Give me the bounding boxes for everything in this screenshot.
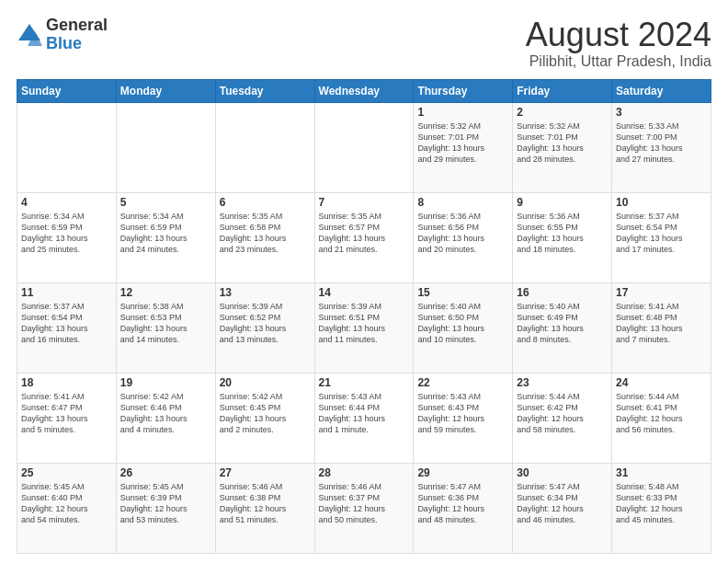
day-number: 19 [120,376,211,389]
day-number: 21 [319,376,410,389]
day-info: Sunrise: 5:40 AM Sunset: 6:49 PM Dayligh… [517,301,608,346]
day-info: Sunrise: 5:33 AM Sunset: 7:00 PM Dayligh… [616,121,707,166]
day-number: 11 [21,286,112,299]
day-info: Sunrise: 5:40 AM Sunset: 6:50 PM Dayligh… [417,301,508,346]
calendar-header-tuesday: Tuesday [215,79,314,102]
day-info: Sunrise: 5:47 AM Sunset: 6:34 PM Dayligh… [517,481,608,526]
header: General Blue August 2024 Pilibhit, Uttar… [17,17,711,70]
calendar-table: SundayMondayTuesdayWednesdayThursdayFrid… [17,79,711,554]
day-info: Sunrise: 5:36 AM Sunset: 6:55 PM Dayligh… [517,211,608,256]
day-number: 10 [616,196,707,209]
location: Pilibhit, Uttar Pradesh, India [526,53,711,70]
day-number: 24 [616,376,707,389]
day-info: Sunrise: 5:44 AM Sunset: 6:41 PM Dayligh… [616,391,707,436]
calendar-cell: 21Sunrise: 5:43 AM Sunset: 6:44 PM Dayli… [314,373,414,463]
calendar-header-row: SundayMondayTuesdayWednesdayThursdayFrid… [17,79,711,102]
calendar-cell: 11Sunrise: 5:37 AM Sunset: 6:54 PM Dayli… [17,282,117,373]
day-number: 28 [319,466,410,479]
day-info: Sunrise: 5:43 AM Sunset: 6:44 PM Dayligh… [319,391,410,436]
day-info: Sunrise: 5:37 AM Sunset: 6:54 PM Dayligh… [616,211,707,256]
calendar-cell: 9Sunrise: 5:36 AM Sunset: 6:55 PM Daylig… [513,192,612,282]
calendar-cell [215,102,314,192]
day-number: 14 [319,286,410,299]
day-number: 15 [417,286,508,299]
day-info: Sunrise: 5:39 AM Sunset: 6:51 PM Dayligh… [319,301,410,346]
calendar-cell [116,102,215,192]
day-number: 4 [21,196,112,209]
title-block: August 2024 Pilibhit, Uttar Pradesh, Ind… [526,17,711,70]
day-number: 7 [319,196,410,209]
calendar-cell: 7Sunrise: 5:35 AM Sunset: 6:57 PM Daylig… [314,192,414,282]
calendar-cell: 24Sunrise: 5:44 AM Sunset: 6:41 PM Dayli… [612,373,711,463]
calendar-cell: 6Sunrise: 5:35 AM Sunset: 6:58 PM Daylig… [215,192,314,282]
day-number: 9 [517,196,608,209]
logo-icon [17,22,42,48]
page: General Blue August 2024 Pilibhit, Uttar… [0,0,728,563]
day-number: 5 [120,196,211,209]
day-number: 20 [220,376,311,389]
day-info: Sunrise: 5:41 AM Sunset: 6:47 PM Dayligh… [21,391,112,436]
day-info: Sunrise: 5:46 AM Sunset: 6:37 PM Dayligh… [319,481,410,526]
day-number: 12 [120,286,211,299]
calendar-cell: 15Sunrise: 5:40 AM Sunset: 6:50 PM Dayli… [414,282,513,373]
logo: General Blue [17,17,108,53]
calendar-header-saturday: Saturday [612,79,711,102]
day-info: Sunrise: 5:44 AM Sunset: 6:42 PM Dayligh… [517,391,608,436]
calendar-week-row: 25Sunrise: 5:45 AM Sunset: 6:40 PM Dayli… [17,463,711,553]
day-info: Sunrise: 5:32 AM Sunset: 7:01 PM Dayligh… [417,121,508,166]
day-number: 31 [616,466,707,479]
day-number: 22 [417,376,508,389]
calendar-week-row: 1Sunrise: 5:32 AM Sunset: 7:01 PM Daylig… [17,102,711,192]
day-number: 8 [417,196,508,209]
calendar-cell: 1Sunrise: 5:32 AM Sunset: 7:01 PM Daylig… [414,102,513,192]
calendar-cell: 13Sunrise: 5:39 AM Sunset: 6:52 PM Dayli… [215,282,314,373]
calendar-cell: 27Sunrise: 5:46 AM Sunset: 6:38 PM Dayli… [215,463,314,553]
calendar-cell: 4Sunrise: 5:34 AM Sunset: 6:59 PM Daylig… [17,192,117,282]
calendar-cell: 22Sunrise: 5:43 AM Sunset: 6:43 PM Dayli… [414,373,513,463]
day-number: 26 [120,466,211,479]
logo-blue-text: Blue [46,35,108,53]
day-info: Sunrise: 5:37 AM Sunset: 6:54 PM Dayligh… [21,301,112,346]
calendar-week-row: 18Sunrise: 5:41 AM Sunset: 6:47 PM Dayli… [17,373,711,463]
calendar-cell: 17Sunrise: 5:41 AM Sunset: 6:48 PM Dayli… [612,282,711,373]
calendar-cell: 10Sunrise: 5:37 AM Sunset: 6:54 PM Dayli… [612,192,711,282]
day-info: Sunrise: 5:35 AM Sunset: 6:57 PM Dayligh… [319,211,410,256]
day-info: Sunrise: 5:35 AM Sunset: 6:58 PM Dayligh… [220,211,311,256]
calendar-cell [17,102,117,192]
calendar-cell: 26Sunrise: 5:45 AM Sunset: 6:39 PM Dayli… [116,463,215,553]
calendar-cell: 5Sunrise: 5:34 AM Sunset: 6:59 PM Daylig… [116,192,215,282]
day-info: Sunrise: 5:38 AM Sunset: 6:53 PM Dayligh… [120,301,211,346]
day-info: Sunrise: 5:42 AM Sunset: 6:46 PM Dayligh… [120,391,211,436]
day-info: Sunrise: 5:36 AM Sunset: 6:56 PM Dayligh… [417,211,508,256]
day-info: Sunrise: 5:39 AM Sunset: 6:52 PM Dayligh… [220,301,311,346]
day-number: 2 [517,106,608,119]
calendar-cell: 16Sunrise: 5:40 AM Sunset: 6:49 PM Dayli… [513,282,612,373]
day-number: 6 [220,196,311,209]
day-info: Sunrise: 5:41 AM Sunset: 6:48 PM Dayligh… [616,301,707,346]
calendar-cell: 12Sunrise: 5:38 AM Sunset: 6:53 PM Dayli… [116,282,215,373]
day-info: Sunrise: 5:42 AM Sunset: 6:45 PM Dayligh… [220,391,311,436]
logo-text: General Blue [46,17,108,53]
day-info: Sunrise: 5:34 AM Sunset: 6:59 PM Dayligh… [120,211,211,256]
calendar-header-thursday: Thursday [414,79,513,102]
calendar-cell: 19Sunrise: 5:42 AM Sunset: 6:46 PM Dayli… [116,373,215,463]
calendar-cell: 8Sunrise: 5:36 AM Sunset: 6:56 PM Daylig… [414,192,513,282]
day-info: Sunrise: 5:48 AM Sunset: 6:33 PM Dayligh… [616,481,707,526]
day-number: 17 [616,286,707,299]
day-number: 29 [417,466,508,479]
day-number: 25 [21,466,112,479]
calendar-header-monday: Monday [116,79,215,102]
day-number: 3 [616,106,707,119]
day-number: 27 [220,466,311,479]
calendar-cell: 14Sunrise: 5:39 AM Sunset: 6:51 PM Dayli… [314,282,414,373]
day-number: 23 [517,376,608,389]
day-info: Sunrise: 5:43 AM Sunset: 6:43 PM Dayligh… [417,391,508,436]
calendar-header-friday: Friday [513,79,612,102]
day-number: 30 [517,466,608,479]
day-info: Sunrise: 5:45 AM Sunset: 6:40 PM Dayligh… [21,481,112,526]
day-info: Sunrise: 5:34 AM Sunset: 6:59 PM Dayligh… [21,211,112,256]
calendar-cell: 31Sunrise: 5:48 AM Sunset: 6:33 PM Dayli… [612,463,711,553]
day-info: Sunrise: 5:45 AM Sunset: 6:39 PM Dayligh… [120,481,211,526]
logo-general-text: General [46,17,108,35]
day-info: Sunrise: 5:47 AM Sunset: 6:36 PM Dayligh… [417,481,508,526]
